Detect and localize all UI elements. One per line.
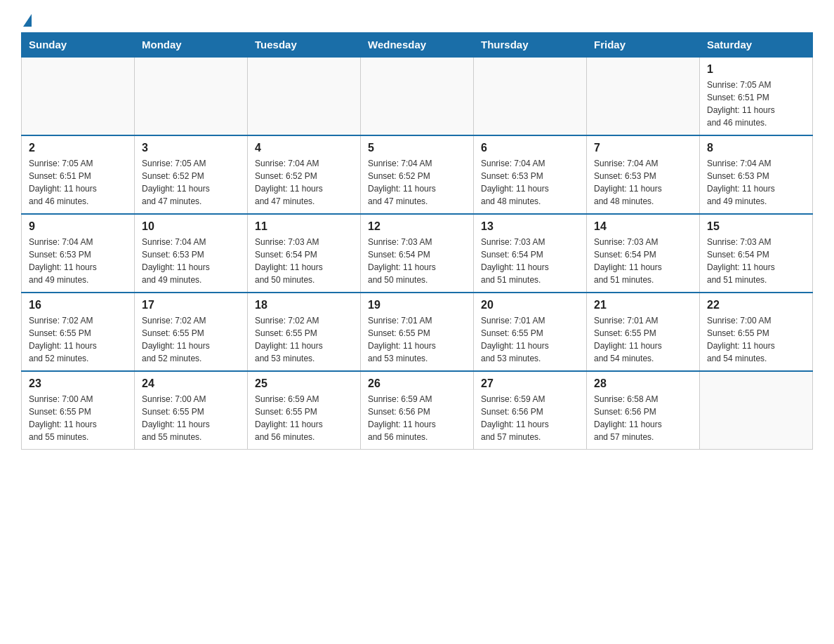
page-header bbox=[21, 14, 813, 25]
calendar-cell: 2Sunrise: 7:05 AM Sunset: 6:51 PM Daylig… bbox=[22, 135, 135, 214]
day-number: 5 bbox=[368, 142, 466, 154]
day-number: 1 bbox=[707, 63, 805, 76]
day-number: 12 bbox=[368, 220, 466, 233]
day-info: Sunrise: 7:04 AM Sunset: 6:53 PM Dayligh… bbox=[29, 236, 127, 286]
logo-triangle-icon bbox=[23, 14, 32, 27]
calendar-cell: 24Sunrise: 7:00 AM Sunset: 6:55 PM Dayli… bbox=[135, 371, 248, 450]
day-number: 19 bbox=[368, 299, 466, 311]
day-number: 16 bbox=[29, 299, 127, 311]
day-info: Sunrise: 6:59 AM Sunset: 6:56 PM Dayligh… bbox=[368, 393, 466, 443]
calendar-cell: 18Sunrise: 7:02 AM Sunset: 6:55 PM Dayli… bbox=[248, 293, 361, 371]
calendar-cell: 28Sunrise: 6:58 AM Sunset: 6:56 PM Dayli… bbox=[587, 371, 700, 450]
day-info: Sunrise: 7:05 AM Sunset: 6:51 PM Dayligh… bbox=[707, 79, 805, 129]
day-number: 2 bbox=[29, 142, 127, 154]
calendar-cell: 27Sunrise: 6:59 AM Sunset: 6:56 PM Dayli… bbox=[474, 371, 587, 450]
logo bbox=[21, 14, 32, 25]
day-info: Sunrise: 7:03 AM Sunset: 6:54 PM Dayligh… bbox=[368, 236, 466, 286]
day-number: 17 bbox=[142, 299, 240, 311]
day-number: 10 bbox=[142, 220, 240, 233]
calendar-cell: 25Sunrise: 6:59 AM Sunset: 6:55 PM Dayli… bbox=[248, 371, 361, 450]
calendar-cell: 9Sunrise: 7:04 AM Sunset: 6:53 PM Daylig… bbox=[22, 214, 135, 293]
calendar-cell: 20Sunrise: 7:01 AM Sunset: 6:55 PM Dayli… bbox=[474, 293, 587, 371]
calendar-cell bbox=[135, 57, 248, 135]
calendar-cell: 7Sunrise: 7:04 AM Sunset: 6:53 PM Daylig… bbox=[587, 135, 700, 214]
day-number: 23 bbox=[29, 377, 127, 390]
week-row-1: 1Sunrise: 7:05 AM Sunset: 6:51 PM Daylig… bbox=[22, 57, 813, 135]
day-number: 27 bbox=[481, 377, 579, 390]
day-info: Sunrise: 7:02 AM Sunset: 6:55 PM Dayligh… bbox=[29, 314, 127, 365]
calendar-cell: 17Sunrise: 7:02 AM Sunset: 6:55 PM Dayli… bbox=[135, 293, 248, 371]
day-number: 9 bbox=[29, 220, 127, 233]
day-number: 4 bbox=[255, 142, 353, 154]
calendar-cell: 15Sunrise: 7:03 AM Sunset: 6:54 PM Dayli… bbox=[700, 214, 813, 293]
day-number: 15 bbox=[707, 220, 805, 233]
weekday-header-sunday: Sunday bbox=[22, 33, 135, 58]
calendar-cell: 8Sunrise: 7:04 AM Sunset: 6:53 PM Daylig… bbox=[700, 135, 813, 214]
day-info: Sunrise: 7:01 AM Sunset: 6:55 PM Dayligh… bbox=[594, 314, 692, 365]
calendar-cell: 3Sunrise: 7:05 AM Sunset: 6:52 PM Daylig… bbox=[135, 135, 248, 214]
calendar-cell: 11Sunrise: 7:03 AM Sunset: 6:54 PM Dayli… bbox=[248, 214, 361, 293]
calendar-cell bbox=[700, 371, 813, 450]
day-number: 18 bbox=[255, 299, 353, 311]
weekday-header-wednesday: Wednesday bbox=[361, 33, 474, 58]
day-info: Sunrise: 7:00 AM Sunset: 6:55 PM Dayligh… bbox=[29, 393, 127, 443]
day-info: Sunrise: 7:04 AM Sunset: 6:53 PM Dayligh… bbox=[594, 157, 692, 208]
calendar-cell bbox=[587, 57, 700, 135]
calendar-cell: 6Sunrise: 7:04 AM Sunset: 6:53 PM Daylig… bbox=[474, 135, 587, 214]
day-info: Sunrise: 7:03 AM Sunset: 6:54 PM Dayligh… bbox=[255, 236, 353, 286]
calendar-cell: 13Sunrise: 7:03 AM Sunset: 6:54 PM Dayli… bbox=[474, 214, 587, 293]
day-number: 25 bbox=[255, 377, 353, 390]
weekday-header-friday: Friday bbox=[587, 33, 700, 58]
day-info: Sunrise: 6:58 AM Sunset: 6:56 PM Dayligh… bbox=[594, 393, 692, 443]
calendar-cell: 23Sunrise: 7:00 AM Sunset: 6:55 PM Dayli… bbox=[22, 371, 135, 450]
calendar-cell: 26Sunrise: 6:59 AM Sunset: 6:56 PM Dayli… bbox=[361, 371, 474, 450]
day-number: 20 bbox=[481, 299, 579, 311]
calendar-cell: 5Sunrise: 7:04 AM Sunset: 6:52 PM Daylig… bbox=[361, 135, 474, 214]
calendar-cell: 10Sunrise: 7:04 AM Sunset: 6:53 PM Dayli… bbox=[135, 214, 248, 293]
calendar-cell bbox=[474, 57, 587, 135]
day-info: Sunrise: 7:02 AM Sunset: 6:55 PM Dayligh… bbox=[142, 314, 240, 365]
weekday-header-saturday: Saturday bbox=[700, 33, 813, 58]
day-info: Sunrise: 7:04 AM Sunset: 6:53 PM Dayligh… bbox=[707, 157, 805, 208]
day-info: Sunrise: 7:03 AM Sunset: 6:54 PM Dayligh… bbox=[594, 236, 692, 286]
day-number: 8 bbox=[707, 142, 805, 154]
day-info: Sunrise: 7:03 AM Sunset: 6:54 PM Dayligh… bbox=[481, 236, 579, 286]
weekday-header-row: SundayMondayTuesdayWednesdayThursdayFrid… bbox=[22, 33, 813, 58]
day-number: 7 bbox=[594, 142, 692, 154]
day-info: Sunrise: 7:01 AM Sunset: 6:55 PM Dayligh… bbox=[368, 314, 466, 365]
day-number: 26 bbox=[368, 377, 466, 390]
calendar-cell: 14Sunrise: 7:03 AM Sunset: 6:54 PM Dayli… bbox=[587, 214, 700, 293]
day-info: Sunrise: 7:00 AM Sunset: 6:55 PM Dayligh… bbox=[707, 314, 805, 365]
calendar-cell: 19Sunrise: 7:01 AM Sunset: 6:55 PM Dayli… bbox=[361, 293, 474, 371]
day-info: Sunrise: 7:00 AM Sunset: 6:55 PM Dayligh… bbox=[142, 393, 240, 443]
week-row-2: 2Sunrise: 7:05 AM Sunset: 6:51 PM Daylig… bbox=[22, 135, 813, 214]
day-number: 11 bbox=[255, 220, 353, 233]
day-info: Sunrise: 7:04 AM Sunset: 6:53 PM Dayligh… bbox=[481, 157, 579, 208]
day-number: 14 bbox=[594, 220, 692, 233]
day-number: 28 bbox=[594, 377, 692, 390]
day-info: Sunrise: 7:03 AM Sunset: 6:54 PM Dayligh… bbox=[707, 236, 805, 286]
calendar-cell bbox=[361, 57, 474, 135]
day-number: 6 bbox=[481, 142, 579, 154]
calendar-cell: 21Sunrise: 7:01 AM Sunset: 6:55 PM Dayli… bbox=[587, 293, 700, 371]
calendar-cell: 4Sunrise: 7:04 AM Sunset: 6:52 PM Daylig… bbox=[248, 135, 361, 214]
day-info: Sunrise: 7:01 AM Sunset: 6:55 PM Dayligh… bbox=[481, 314, 579, 365]
day-info: Sunrise: 7:05 AM Sunset: 6:51 PM Dayligh… bbox=[29, 157, 127, 208]
weekday-header-monday: Monday bbox=[135, 33, 248, 58]
day-info: Sunrise: 7:04 AM Sunset: 6:52 PM Dayligh… bbox=[255, 157, 353, 208]
calendar-cell bbox=[248, 57, 361, 135]
day-number: 22 bbox=[707, 299, 805, 311]
calendar-cell bbox=[22, 57, 135, 135]
day-info: Sunrise: 7:05 AM Sunset: 6:52 PM Dayligh… bbox=[142, 157, 240, 208]
weekday-header-tuesday: Tuesday bbox=[248, 33, 361, 58]
week-row-4: 16Sunrise: 7:02 AM Sunset: 6:55 PM Dayli… bbox=[22, 293, 813, 371]
day-number: 24 bbox=[142, 377, 240, 390]
day-number: 21 bbox=[594, 299, 692, 311]
day-info: Sunrise: 6:59 AM Sunset: 6:55 PM Dayligh… bbox=[255, 393, 353, 443]
calendar-cell: 22Sunrise: 7:00 AM Sunset: 6:55 PM Dayli… bbox=[700, 293, 813, 371]
calendar-cell: 16Sunrise: 7:02 AM Sunset: 6:55 PM Dayli… bbox=[22, 293, 135, 371]
weekday-header-thursday: Thursday bbox=[474, 33, 587, 58]
calendar-cell: 12Sunrise: 7:03 AM Sunset: 6:54 PM Dayli… bbox=[361, 214, 474, 293]
calendar-table: SundayMondayTuesdayWednesdayThursdayFrid… bbox=[21, 32, 813, 450]
week-row-5: 23Sunrise: 7:00 AM Sunset: 6:55 PM Dayli… bbox=[22, 371, 813, 450]
